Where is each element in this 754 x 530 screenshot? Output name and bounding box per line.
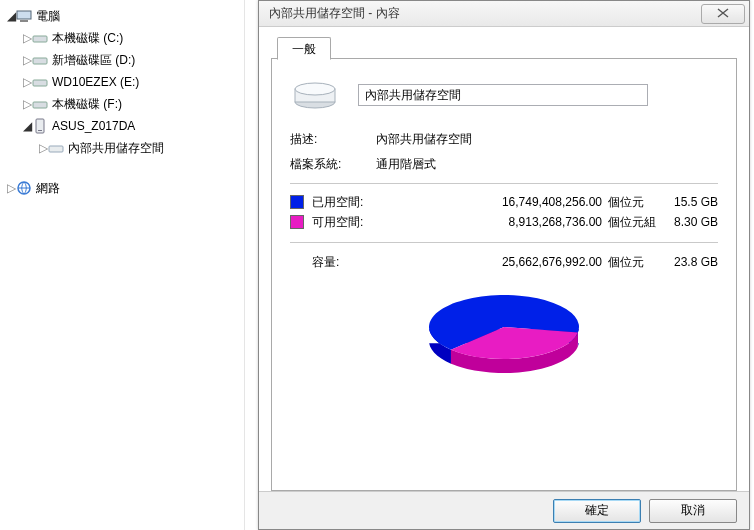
tree-label: 新增磁碟區 (D:) xyxy=(52,52,135,69)
tab-label: 一般 xyxy=(292,42,316,56)
chevron-right-icon: ▷ xyxy=(6,181,16,195)
divider xyxy=(290,242,718,243)
desc-value: 內部共用儲存空間 xyxy=(376,131,472,148)
usage-pie-chart xyxy=(414,283,594,383)
svg-rect-2 xyxy=(33,36,47,42)
tree-label: 內部共用儲存空間 xyxy=(68,140,164,157)
desc-label: 描述: xyxy=(290,131,376,148)
free-human: 8.30 GB xyxy=(662,215,718,229)
drive-large-icon xyxy=(290,77,340,113)
drive-icon xyxy=(32,52,48,68)
free-label: 可用空間: xyxy=(312,214,390,231)
tree-node-network[interactable]: ▷ 網路 xyxy=(0,177,244,199)
button-label: 確定 xyxy=(585,503,609,517)
chevron-down-icon: ◢ xyxy=(22,119,32,133)
chevron-down-icon: ◢ xyxy=(6,9,16,23)
divider xyxy=(290,183,718,184)
spacer xyxy=(0,159,244,177)
network-icon xyxy=(16,180,32,196)
tree-node-drive[interactable]: ▷ 本機磁碟 (F:) xyxy=(0,93,244,115)
used-label: 已用空間: xyxy=(312,194,390,211)
svg-point-12 xyxy=(295,83,335,95)
properties-dialog: 內部共用儲存空間 - 內容 一般 描述: 內部共用儲存空間 檔案系統: 通用階層… xyxy=(258,0,750,530)
tree-label: WD10EZEX (E:) xyxy=(52,75,139,89)
chevron-right-icon: ▷ xyxy=(22,31,32,45)
used-human: 15.5 GB xyxy=(662,195,718,209)
cancel-button[interactable]: 取消 xyxy=(649,499,737,523)
tree-label: 電腦 xyxy=(36,8,60,25)
tree-label: 本機磁碟 (F:) xyxy=(52,96,122,113)
explorer-tree-pane: ◢ 電腦 ▷ 本機磁碟 (C:) ▷ 新增磁碟區 (D:) ▷ WD10EZEX… xyxy=(0,0,245,530)
svg-rect-5 xyxy=(33,102,47,108)
capacity-unit: 個位元 xyxy=(608,254,662,271)
drive-icon xyxy=(32,96,48,112)
tab-content: 描述: 內部共用儲存空間 檔案系統: 通用階層式 已用空間: 16,749,40… xyxy=(271,59,737,491)
chevron-right-icon: ▷ xyxy=(38,141,48,155)
used-bytes: 16,749,408,256.00 xyxy=(390,195,608,209)
capacity-human: 23.8 GB xyxy=(662,255,718,269)
button-bar: 確定 取消 xyxy=(259,491,749,529)
tabbar: 一般 xyxy=(271,35,737,59)
storage-icon xyxy=(48,140,64,156)
free-color-swatch xyxy=(290,215,304,229)
dialog-title: 內部共用儲存空間 - 內容 xyxy=(269,5,701,22)
tree-node-drive[interactable]: ▷ 新增磁碟區 (D:) xyxy=(0,49,244,71)
fs-label: 檔案系統: xyxy=(290,156,376,173)
used-unit: 個位元 xyxy=(608,194,662,211)
chevron-right-icon: ▷ xyxy=(22,53,32,67)
capacity-label: 容量: xyxy=(290,254,390,271)
tree-label: ASUS_Z017DA xyxy=(52,119,135,133)
svg-rect-0 xyxy=(17,11,31,19)
svg-rect-1 xyxy=(20,20,28,22)
close-button[interactable] xyxy=(701,4,745,24)
svg-rect-8 xyxy=(49,146,63,152)
phone-icon xyxy=(32,118,48,134)
drive-icon xyxy=(32,30,48,46)
tree-label: 網路 xyxy=(36,180,60,197)
used-color-swatch xyxy=(290,195,304,209)
chevron-right-icon: ▷ xyxy=(22,97,32,111)
dialog-body: 一般 描述: 內部共用儲存空間 檔案系統: 通用階層式 已用空間: 16,74 xyxy=(259,27,749,491)
tree-label: 本機磁碟 (C:) xyxy=(52,30,123,47)
computer-icon xyxy=(16,8,32,24)
titlebar[interactable]: 內部共用儲存空間 - 內容 xyxy=(259,1,749,27)
tree-node-device[interactable]: ◢ ASUS_Z017DA xyxy=(0,115,244,137)
ok-button[interactable]: 確定 xyxy=(553,499,641,523)
tree-node-computer[interactable]: ◢ 電腦 xyxy=(0,5,244,27)
fs-value: 通用階層式 xyxy=(376,156,436,173)
tree-node-storage[interactable]: ▷ 內部共用儲存空間 xyxy=(0,137,244,159)
free-unit: 個位元組 xyxy=(608,214,662,231)
close-icon xyxy=(717,7,729,21)
drive-name-input[interactable] xyxy=(358,84,648,106)
free-bytes: 8,913,268,736.00 xyxy=(390,215,608,229)
drive-icon xyxy=(32,74,48,90)
svg-rect-7 xyxy=(38,130,42,131)
tree-node-drive[interactable]: ▷ 本機磁碟 (C:) xyxy=(0,27,244,49)
capacity-bytes: 25,662,676,992.00 xyxy=(390,255,608,269)
tree-node-drive[interactable]: ▷ WD10EZEX (E:) xyxy=(0,71,244,93)
tab-general[interactable]: 一般 xyxy=(277,37,331,60)
svg-rect-4 xyxy=(33,80,47,86)
button-label: 取消 xyxy=(681,503,705,517)
chevron-right-icon: ▷ xyxy=(22,75,32,89)
svg-rect-3 xyxy=(33,58,47,64)
